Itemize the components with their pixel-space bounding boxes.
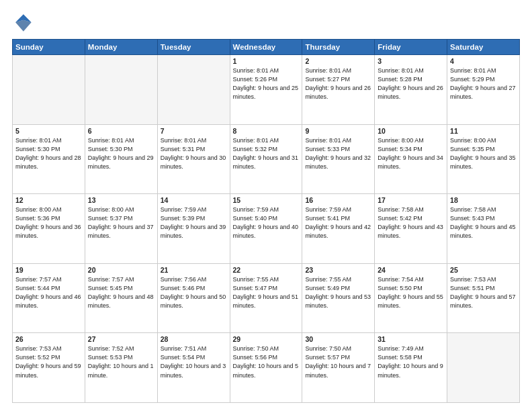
calendar-table: SundayMondayTuesdayWednesdayThursdayFrid… — [12, 39, 520, 403]
day-info: Sunrise: 7:57 AM Sunset: 5:44 PM Dayligh… — [15, 275, 82, 310]
day-number: 30 — [305, 335, 371, 343]
calendar-week-1: 1Sunrise: 8:01 AM Sunset: 5:26 PM Daylig… — [13, 55, 520, 125]
calendar-week-3: 12Sunrise: 8:00 AM Sunset: 5:36 PM Dayli… — [13, 194, 520, 264]
day-info: Sunrise: 7:55 AM Sunset: 5:49 PM Dayligh… — [305, 275, 371, 310]
day-info: Sunrise: 7:52 AM Sunset: 5:53 PM Dayligh… — [88, 345, 154, 379]
calendar-week-5: 26Sunrise: 7:53 AM Sunset: 5:52 PM Dayli… — [13, 333, 520, 403]
calendar-cell: 3Sunrise: 8:01 AM Sunset: 5:28 PM Daylig… — [375, 55, 447, 125]
header — [12, 12, 520, 34]
calendar-cell: 11Sunrise: 8:00 AM Sunset: 5:35 PM Dayli… — [447, 124, 520, 194]
calendar-cell: 7Sunrise: 8:01 AM Sunset: 5:31 PM Daylig… — [157, 124, 230, 194]
weekday-header-friday: Friday — [375, 40, 447, 55]
day-number: 7 — [161, 127, 227, 135]
day-info: Sunrise: 7:53 AM Sunset: 5:52 PM Dayligh… — [15, 345, 82, 379]
weekday-header-thursday: Thursday — [302, 40, 375, 55]
day-info: Sunrise: 7:59 AM Sunset: 5:41 PM Dayligh… — [305, 205, 371, 240]
day-number: 5 — [15, 127, 82, 135]
calendar-cell: 29Sunrise: 7:50 AM Sunset: 5:56 PM Dayli… — [230, 333, 302, 403]
day-number: 13 — [88, 196, 154, 204]
day-number: 14 — [161, 196, 227, 204]
calendar-cell: 23Sunrise: 7:55 AM Sunset: 5:49 PM Dayli… — [302, 263, 375, 333]
calendar-cell: 12Sunrise: 8:00 AM Sunset: 5:36 PM Dayli… — [13, 194, 85, 264]
day-info: Sunrise: 7:51 AM Sunset: 5:54 PM Dayligh… — [161, 345, 227, 379]
day-info: Sunrise: 7:54 AM Sunset: 5:50 PM Dayligh… — [378, 275, 444, 310]
logo-icon — [12, 12, 34, 34]
calendar-cell: 21Sunrise: 7:56 AM Sunset: 5:46 PM Dayli… — [157, 263, 230, 333]
calendar-cell: 9Sunrise: 8:01 AM Sunset: 5:33 PM Daylig… — [302, 124, 375, 194]
day-number: 10 — [378, 127, 444, 135]
day-number: 3 — [378, 57, 444, 65]
day-info: Sunrise: 7:58 AM Sunset: 5:43 PM Dayligh… — [450, 205, 517, 240]
calendar-cell: 10Sunrise: 8:00 AM Sunset: 5:34 PM Dayli… — [375, 124, 447, 194]
day-number: 25 — [450, 266, 517, 274]
weekday-header-tuesday: Tuesday — [157, 40, 230, 55]
day-info: Sunrise: 8:01 AM Sunset: 5:26 PM Dayligh… — [233, 66, 300, 101]
calendar-cell: 25Sunrise: 7:53 AM Sunset: 5:51 PM Dayli… — [447, 263, 520, 333]
calendar-cell: 13Sunrise: 8:00 AM Sunset: 5:37 PM Dayli… — [85, 194, 157, 264]
day-info: Sunrise: 7:59 AM Sunset: 5:40 PM Dayligh… — [233, 205, 300, 240]
day-number: 24 — [378, 266, 444, 274]
logo — [12, 12, 36, 34]
weekday-header-saturday: Saturday — [447, 40, 520, 55]
day-number: 8 — [233, 127, 300, 135]
day-info: Sunrise: 8:01 AM Sunset: 5:30 PM Dayligh… — [15, 136, 82, 171]
calendar-cell: 30Sunrise: 7:50 AM Sunset: 5:57 PM Dayli… — [302, 333, 375, 403]
day-number: 26 — [15, 335, 82, 343]
svg-marker-1 — [15, 20, 32, 32]
day-number: 16 — [305, 196, 371, 204]
day-info: Sunrise: 7:50 AM Sunset: 5:56 PM Dayligh… — [233, 345, 300, 379]
day-info: Sunrise: 8:01 AM Sunset: 5:31 PM Dayligh… — [161, 136, 227, 171]
day-number: 1 — [233, 57, 300, 65]
calendar-cell — [157, 55, 230, 125]
day-info: Sunrise: 8:00 AM Sunset: 5:34 PM Dayligh… — [378, 136, 444, 171]
calendar-week-2: 5Sunrise: 8:01 AM Sunset: 5:30 PM Daylig… — [13, 124, 520, 194]
calendar-cell: 18Sunrise: 7:58 AM Sunset: 5:43 PM Dayli… — [447, 194, 520, 264]
day-number: 23 — [305, 266, 371, 274]
day-number: 6 — [88, 127, 154, 135]
calendar-cell: 19Sunrise: 7:57 AM Sunset: 5:44 PM Dayli… — [13, 263, 85, 333]
day-info: Sunrise: 7:59 AM Sunset: 5:39 PM Dayligh… — [161, 205, 227, 240]
day-info: Sunrise: 8:00 AM Sunset: 5:37 PM Dayligh… — [88, 205, 154, 240]
day-info: Sunrise: 8:00 AM Sunset: 5:35 PM Dayligh… — [450, 136, 517, 171]
calendar-cell: 14Sunrise: 7:59 AM Sunset: 5:39 PM Dayli… — [157, 194, 230, 264]
weekday-header-monday: Monday — [85, 40, 157, 55]
day-number: 22 — [233, 266, 300, 274]
day-number: 31 — [378, 335, 444, 343]
day-info: Sunrise: 7:55 AM Sunset: 5:47 PM Dayligh… — [233, 275, 300, 310]
calendar-cell: 17Sunrise: 7:58 AM Sunset: 5:42 PM Dayli… — [375, 194, 447, 264]
calendar-header-row: SundayMondayTuesdayWednesdayThursdayFrid… — [13, 40, 520, 55]
day-number: 12 — [15, 196, 82, 204]
calendar-cell — [13, 55, 85, 125]
day-number: 4 — [450, 57, 517, 65]
day-number: 18 — [450, 196, 517, 204]
day-info: Sunrise: 8:01 AM Sunset: 5:30 PM Dayligh… — [88, 136, 154, 171]
calendar-cell: 5Sunrise: 8:01 AM Sunset: 5:30 PM Daylig… — [13, 124, 85, 194]
day-info: Sunrise: 7:56 AM Sunset: 5:46 PM Dayligh… — [161, 275, 227, 310]
weekday-header-sunday: Sunday — [13, 40, 85, 55]
calendar-cell: 27Sunrise: 7:52 AM Sunset: 5:53 PM Dayli… — [85, 333, 157, 403]
day-info: Sunrise: 7:58 AM Sunset: 5:42 PM Dayligh… — [378, 205, 444, 240]
calendar-cell: 4Sunrise: 8:01 AM Sunset: 5:29 PM Daylig… — [447, 55, 520, 125]
calendar-cell: 8Sunrise: 8:01 AM Sunset: 5:32 PM Daylig… — [230, 124, 302, 194]
calendar-cell — [85, 55, 157, 125]
calendar-cell: 2Sunrise: 8:01 AM Sunset: 5:27 PM Daylig… — [302, 55, 375, 125]
calendar-cell: 24Sunrise: 7:54 AM Sunset: 5:50 PM Dayli… — [375, 263, 447, 333]
calendar-week-4: 19Sunrise: 7:57 AM Sunset: 5:44 PM Dayli… — [13, 263, 520, 333]
calendar-cell: 16Sunrise: 7:59 AM Sunset: 5:41 PM Dayli… — [302, 194, 375, 264]
weekday-header-wednesday: Wednesday — [230, 40, 302, 55]
calendar-cell — [447, 333, 520, 403]
calendar-cell: 6Sunrise: 8:01 AM Sunset: 5:30 PM Daylig… — [85, 124, 157, 194]
day-number: 11 — [450, 127, 517, 135]
calendar-cell: 22Sunrise: 7:55 AM Sunset: 5:47 PM Dayli… — [230, 263, 302, 333]
day-info: Sunrise: 8:01 AM Sunset: 5:28 PM Dayligh… — [378, 66, 444, 101]
day-number: 9 — [305, 127, 371, 135]
day-number: 15 — [233, 196, 300, 204]
day-info: Sunrise: 8:01 AM Sunset: 5:29 PM Dayligh… — [450, 66, 517, 101]
day-number: 19 — [15, 266, 82, 274]
calendar-cell: 15Sunrise: 7:59 AM Sunset: 5:40 PM Dayli… — [230, 194, 302, 264]
day-info: Sunrise: 7:57 AM Sunset: 5:45 PM Dayligh… — [88, 275, 154, 310]
calendar-cell: 26Sunrise: 7:53 AM Sunset: 5:52 PM Dayli… — [13, 333, 85, 403]
day-number: 29 — [233, 335, 300, 343]
day-info: Sunrise: 8:01 AM Sunset: 5:32 PM Dayligh… — [233, 136, 300, 171]
day-number: 17 — [378, 196, 444, 204]
